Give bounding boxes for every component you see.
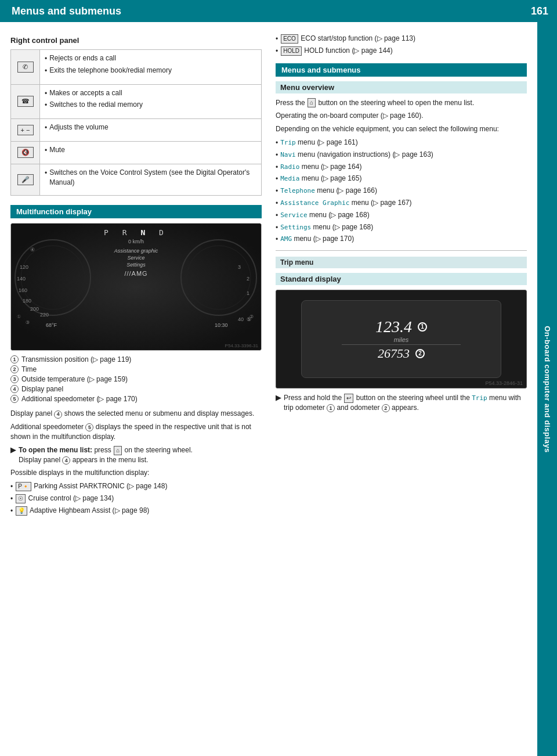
menu-button-icon: ⌂ <box>114 446 122 455</box>
arrow-symbol: ▶ <box>10 445 16 465</box>
right-column: •ECO ECO start/stop function (▷ page 113… <box>276 34 527 521</box>
menu-amg-label: AMG <box>280 235 292 243</box>
list-item: •☉ Cruise control (▷ page 134) <box>10 494 262 504</box>
svg-text:①: ① <box>17 314 21 319</box>
menu-items-list: •Trip menu (▷ page 161) •Navi menu (navi… <box>276 138 527 244</box>
right-sidebar: On-board computer and displays <box>537 22 557 756</box>
control-description-accept: •Makes or accepts a call •Switches to th… <box>40 84 262 119</box>
control-description-reject: •Rejects or ends a call •Exits the telep… <box>40 50 262 85</box>
eco-text: ECO start/stop function (▷ page 113) <box>301 34 415 42</box>
list-item: 5Additional speedometer (▷ page 170) <box>10 395 262 403</box>
phone-accept-icon: ☎ <box>17 96 34 107</box>
brand-label: ///AMG <box>96 270 177 277</box>
main-content: Right control panel ✆ •Rejects or ends a… <box>0 22 537 756</box>
trip-row-1: 123.4 1 <box>321 318 480 336</box>
menus-submenus-heading: Menus and submenus <box>276 63 527 77</box>
menu-overview-heading: Menu overview <box>276 81 527 93</box>
volume-icon: + − <box>17 125 34 135</box>
multifunction-display-heading: Multifunction display <box>10 205 262 218</box>
circle-3: 3 <box>10 375 19 383</box>
multifunction-display-image: P R N D 120 140 160 180 200 220 <box>10 223 262 351</box>
list-item: •Mute <box>45 145 256 156</box>
header-bar: Menus and submenus 161 <box>0 0 557 22</box>
page-number-text: 161 <box>531 5 548 17</box>
svg-point-13 <box>187 246 251 309</box>
trip-divider-line <box>342 344 461 345</box>
open-menu-text: To open the menu list: press ⌂ on the st… <box>19 445 193 465</box>
active-gear: N <box>140 228 150 237</box>
list-item: •Settings menu (▷ page 168) <box>276 222 527 233</box>
icon-cell-accept: ☎ <box>11 84 40 119</box>
menu-media-label: Media <box>280 175 299 182</box>
menu-trip-label: Trip <box>280 139 296 146</box>
header-title-text: Menus and submenus <box>12 5 121 17</box>
trip-caption: P54.33-2846-31 <box>485 380 523 386</box>
trip-circle-2: 2 <box>415 349 425 358</box>
list-item: 3Outside temperature (▷ page 159) <box>10 375 262 383</box>
svg-text:120: 120 <box>20 264 28 270</box>
svg-text:180: 180 <box>23 298 31 304</box>
list-item: •AMG menu (▷ page 170) <box>276 234 527 244</box>
menu-overview-text1: Press the ⌂ button on the steering wheel… <box>276 98 527 108</box>
mfd-numbered-list: 1Transmission position (▷ page 119) 2Tim… <box>10 355 262 403</box>
control-panel-table: ✆ •Rejects or ends a call •Exits the tel… <box>10 49 262 196</box>
table-row: ☎ •Makes or accepts a call •Switches to … <box>11 84 262 119</box>
list-item: •Assistance Graphic menu (▷ page 167) <box>276 198 527 208</box>
menu-overview-text4: Depending on the vehicle equipment, you … <box>276 124 527 134</box>
list-item: •P🔸 Parking Assist PARKTRONIC (▷ page 14… <box>10 481 262 492</box>
left-column: Right control panel ✆ •Rejects or ends a… <box>10 34 262 521</box>
back-button-icon: ↩ <box>344 394 353 403</box>
svg-text:④: ④ <box>30 247 35 253</box>
svg-text:③: ③ <box>26 320 30 325</box>
svg-text:⑤: ⑤ <box>247 316 251 322</box>
circle-4-inline: 4 <box>54 411 62 419</box>
voice-control-icon: 🎤 <box>17 174 34 185</box>
svg-text:40: 40 <box>238 316 244 322</box>
svg-text:1: 1 <box>247 290 249 296</box>
menu-overview-text3: Operating the on-board computer (▷ page … <box>276 111 527 121</box>
svg-point-12 <box>181 240 256 315</box>
right-control-panel-heading: Right control panel <box>10 36 262 45</box>
menu-settings-label: Settings <box>280 224 311 231</box>
eco-hold-list: •ECO ECO start/stop function (▷ page 113… <box>276 34 527 56</box>
trip-unit: miles <box>394 336 409 343</box>
table-row: ✆ •Rejects or ends a call •Exits the tel… <box>11 50 262 85</box>
list-item: •Telephone menu (▷ page 166) <box>276 186 527 196</box>
gauge-area: P R N D 120 140 160 180 200 220 <box>11 224 261 350</box>
open-menu-para: ▶ To open the menu list: press ⌂ on the … <box>10 445 262 465</box>
circle-5: 5 <box>10 395 19 403</box>
phone-end-icon: ✆ <box>17 62 34 73</box>
divider <box>276 250 527 251</box>
left-gauge-svg: 120 140 160 180 200 220 ① ④ ③ 68°F <box>14 234 92 327</box>
circle-2-trip: 2 <box>382 404 390 412</box>
list-item: 2Time <box>10 365 262 373</box>
list-item: •Media menu (▷ page 165) <box>276 174 527 184</box>
page-layout: Right control panel ✆ •Rejects or ends a… <box>0 22 557 756</box>
control-description-voice: •Switches on the Voice Control System (s… <box>40 164 262 196</box>
svg-text:10:30: 10:30 <box>215 322 228 327</box>
trip-menu-inline: Trip <box>472 394 487 402</box>
list-item: •Service menu (▷ page 168) <box>276 210 527 221</box>
circle-1: 1 <box>10 355 19 363</box>
table-row: + − •Adjusts the volume <box>11 119 262 142</box>
svg-text:220: 220 <box>40 312 49 318</box>
parktronic-icon: P🔸 <box>16 482 31 491</box>
possible-displays-heading: Possible displays in the multifunction d… <box>10 468 262 478</box>
list-item: •Radio menu (▷ page 164) <box>276 162 527 172</box>
list-item: •Makes or accepts a call <box>45 88 256 99</box>
circle-1-trip: 1 <box>327 404 335 412</box>
trip-row-2: 26753 2 <box>321 346 480 361</box>
mute-bullets: •Mute <box>45 145 256 156</box>
table-row: 🔇 •Mute <box>11 141 262 164</box>
menu-telephone-label: Telephone <box>280 187 315 195</box>
assist-label: Assistance graphic <box>96 248 177 254</box>
icon-cell-volume: + − <box>11 119 40 142</box>
trip-display-image: 123.4 1 miles 26753 2 P54.33-2846-31 <box>276 290 527 388</box>
svg-text:68°F: 68°F <box>46 322 57 327</box>
eco-icon: ECO <box>281 34 298 44</box>
control-description-volume: •Adjusts the volume <box>40 119 262 142</box>
menu-assistance-label: Assistance Graphic <box>280 199 349 207</box>
menu-navi-label: Navi <box>280 151 296 159</box>
page-number: 161 <box>522 0 557 22</box>
volume-bullets: •Adjusts the volume <box>45 123 256 133</box>
